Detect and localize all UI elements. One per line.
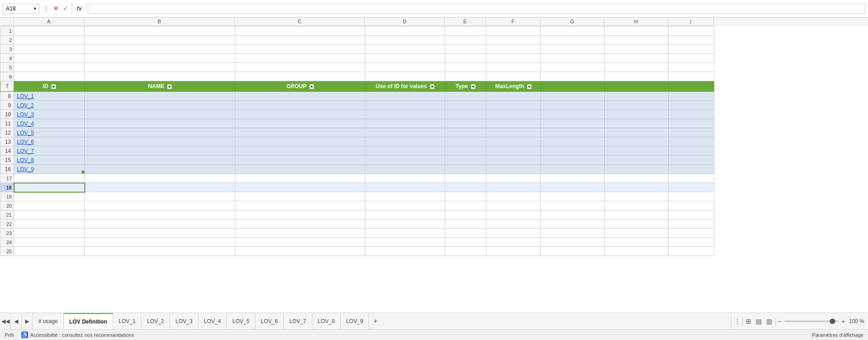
fill-handle[interactable] [82,171,84,173]
cell[interactable] [669,36,714,45]
sheet-nav-prev[interactable]: ◀ [11,313,22,329]
cell[interactable] [445,183,486,192]
cell[interactable] [365,201,445,210]
column-header-g[interactable] [541,81,605,92]
cell[interactable] [605,110,669,119]
sheet-tab-lov1[interactable]: LOV_1 [113,313,141,329]
cell[interactable] [541,210,605,220]
cell[interactable] [605,247,669,256]
cell[interactable] [541,156,605,165]
sheet-tab-lov4[interactable]: LOV_4 [198,313,227,329]
cell[interactable] [486,201,541,210]
normal-view-icon[interactable]: ⊞ [744,317,753,326]
cell[interactable] [235,156,365,165]
cell[interactable] [486,92,541,101]
cell[interactable] [14,36,85,45]
lov-link[interactable]: LOV_6 [17,139,34,145]
cell[interactable] [85,174,235,183]
cell[interactable] [85,72,235,81]
cell[interactable] [235,110,365,119]
cell[interactable] [669,165,714,174]
cell[interactable] [486,26,541,36]
cell-id[interactable]: LOV_8 [14,156,85,165]
cell[interactable] [486,238,541,247]
add-sheet-button[interactable]: + [369,313,382,329]
confirm-icon[interactable]: ✓ [61,4,70,13]
cell[interactable] [605,156,669,165]
cell[interactable] [605,45,669,54]
cell[interactable] [85,26,235,36]
lov-link[interactable]: LOV_4 [17,120,34,127]
cell[interactable] [669,156,714,165]
cell[interactable] [14,45,85,54]
lov-link[interactable]: LOV_7 [17,148,34,154]
cell[interactable] [235,119,365,128]
cell[interactable] [486,72,541,81]
table-row[interactable]: 12 LOV_5 [0,128,714,137]
accessibility-info[interactable]: ♿ Accessibilité : consultez nos recomman… [21,331,134,338]
cell[interactable] [541,101,605,110]
filter-icon-type[interactable]: ▾ [471,84,475,89]
cell[interactable] [541,72,605,81]
cell[interactable] [85,146,235,156]
sheet-tab-lov8[interactable]: LOV_8 [312,313,341,329]
table-row[interactable]: 3 [0,45,714,54]
table-row[interactable]: 17 [0,174,714,183]
cell[interactable] [85,238,235,247]
cell-id[interactable]: LOV_3 [14,110,85,119]
cell[interactable] [365,247,445,256]
table-row[interactable]: 10 LOV_3 [0,110,714,119]
cell[interactable] [365,72,445,81]
more-options-icon[interactable]: ⋮ [41,4,51,13]
cell[interactable] [14,220,85,229]
cell[interactable] [365,63,445,72]
grid-body[interactable]: 1 2 3 4 5 [0,26,868,313]
table-row[interactable]: 9 LOV_2 [0,101,714,110]
col-header-a[interactable]: A [14,17,84,26]
cell[interactable] [445,229,486,238]
sheet-tab-lov2[interactable]: LOV_2 [141,313,170,329]
filter-icon-use-of-id[interactable]: ▾ [430,84,434,89]
cell[interactable] [605,128,669,137]
cell[interactable] [445,174,486,183]
cell[interactable] [235,63,365,72]
cell[interactable] [365,229,445,238]
cell[interactable] [85,54,235,63]
cell[interactable] [445,110,486,119]
cell[interactable] [669,192,714,201]
sheet-tab-usage[interactable]: # usage [33,313,64,329]
cell-id[interactable]: LOV_7 [14,146,85,156]
cell[interactable] [85,63,235,72]
col-header-e[interactable]: E [445,17,486,26]
cell[interactable] [541,146,605,156]
cell[interactable] [669,238,714,247]
cell[interactable] [445,101,486,110]
cell[interactable] [14,26,85,36]
cell[interactable] [445,210,486,220]
cell[interactable] [85,119,235,128]
cell[interactable] [486,101,541,110]
cell-id[interactable]: LOV_2 [14,101,85,110]
cell[interactable] [605,36,669,45]
cell[interactable] [85,36,235,45]
cell[interactable] [541,183,605,192]
column-header-group[interactable]: GROUP ▾ [235,81,365,92]
filter-icon-id[interactable]: ▾ [52,84,56,89]
cell[interactable] [445,54,486,63]
cell[interactable] [235,210,365,220]
cell[interactable] [365,92,445,101]
zoom-slider[interactable] [784,320,839,322]
cell[interactable] [445,45,486,54]
col-header-c[interactable]: C [235,17,365,26]
cell[interactable] [14,238,85,247]
cell[interactable] [486,36,541,45]
column-header-use-of-id[interactable]: Use of ID for values ▾ [365,81,445,92]
cell[interactable] [541,201,605,210]
cell[interactable] [669,54,714,63]
column-header-maxlength[interactable]: MaxLength ▾ [486,81,541,92]
cell[interactable] [486,192,541,201]
cell[interactable] [85,183,235,192]
column-header-type[interactable]: Type ▾ [445,81,486,92]
table-row[interactable]: 5 [0,63,714,72]
cell[interactable] [85,229,235,238]
